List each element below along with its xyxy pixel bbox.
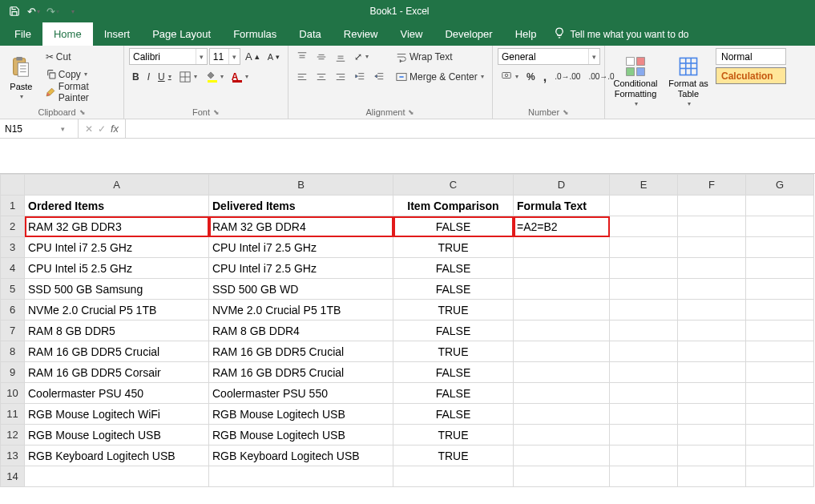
tell-me-search[interactable]: Tell me what you want to do [554,22,688,46]
dialog-launcher-icon[interactable]: ⬊ [79,108,86,116]
column-header[interactable]: F [678,175,746,196]
cell[interactable]: RAM 32 GB DDR3 [25,216,209,237]
fx-icon[interactable]: fx [111,123,119,135]
orientation-button[interactable]: ⤢▾ [351,48,372,65]
row-header[interactable]: 7 [1,321,25,341]
cell[interactable]: TRUE [393,341,514,362]
cell[interactable]: Ordered Items [25,196,209,216]
cell[interactable] [746,446,814,466]
cell[interactable]: Delivered Items [209,196,393,216]
font-name-input[interactable] [130,51,196,62]
cell[interactable] [678,237,746,258]
tab-formulas[interactable]: Formulas [222,22,288,46]
redo-icon[interactable]: ↷▾ [45,3,61,19]
cell[interactable]: =A2=B2 [514,216,610,237]
cell[interactable]: RGB Keyboard Logitech USB [209,446,393,466]
cell[interactable]: CPU Intel i7 2.5 GHz [209,258,393,279]
tab-page-layout[interactable]: Page Layout [141,22,222,46]
font-size-dropdown[interactable]: ▾ [209,48,240,65]
row-header[interactable]: 4 [1,258,25,279]
cut-button[interactable]: ✂ Cut [42,48,119,65]
cell[interactable]: RAM 16 GB DDR5 Corsair [25,362,209,383]
row-header[interactable]: 1 [1,196,25,216]
qat-customize-icon[interactable]: ▾ [64,3,80,19]
cell[interactable] [25,466,209,487]
cell[interactable] [610,300,678,321]
cell[interactable]: NVMe 2.0 Crucial P5 1TB [209,300,393,321]
font-size-input[interactable] [210,51,228,62]
row-header[interactable]: 12 [1,425,25,446]
cell[interactable] [678,425,746,446]
cell[interactable] [746,321,814,341]
row-header[interactable]: 9 [1,362,25,383]
cell[interactable] [610,446,678,466]
cell-style-normal[interactable]: Normal [716,48,786,65]
cell[interactable] [610,341,678,362]
row-header[interactable]: 5 [1,279,25,300]
decrease-indent-button[interactable] [351,68,369,85]
dialog-launcher-icon[interactable]: ⬊ [213,108,220,116]
column-header[interactable]: G [746,175,814,196]
dialog-launcher-icon[interactable]: ⬊ [563,108,569,116]
cell[interactable] [746,341,814,362]
cell[interactable] [514,258,610,279]
row-header[interactable]: 11 [1,404,25,425]
save-icon[interactable] [6,3,22,19]
cell[interactable] [514,237,610,258]
cell[interactable] [514,425,610,446]
align-bottom-button[interactable] [332,48,349,65]
cell[interactable] [746,383,814,404]
chevron-down-icon[interactable]: ▾ [56,125,70,133]
align-left-button[interactable] [293,68,311,85]
cell[interactable]: SSD 500 GB WD [209,279,393,300]
tab-data[interactable]: Data [288,22,332,46]
cell[interactable]: TRUE [393,300,514,321]
formula-input[interactable] [126,119,815,138]
tab-home[interactable]: Home [42,22,93,46]
cell[interactable]: RAM 16 GB DDR5 Crucial [209,362,393,383]
cell[interactable] [678,216,746,237]
wrap-text-button[interactable]: Wrap Text [393,48,487,65]
cell[interactable]: FALSE [393,258,514,279]
select-all-corner[interactable] [1,175,25,196]
cell[interactable]: FALSE [393,279,514,300]
worksheet-grid[interactable]: A B C D E F G 1Ordered ItemsDelivered It… [0,174,815,487]
percent-format-button[interactable]: % [523,68,539,85]
cell[interactable] [746,300,814,321]
row-header[interactable]: 3 [1,237,25,258]
font-color-button[interactable]: A ▾ [228,68,252,85]
cell[interactable] [610,321,678,341]
row-header[interactable]: 10 [1,383,25,404]
border-button[interactable]: ▾ [176,68,200,85]
row-header[interactable]: 13 [1,446,25,466]
cell[interactable] [514,321,610,341]
cell[interactable]: CPU Intel i7 2.5 GHz [25,237,209,258]
cell[interactable] [746,404,814,425]
fill-color-button[interactable]: ▾ [202,68,227,85]
decrease-font-button[interactable]: A▾ [264,48,283,65]
cell[interactable]: TRUE [393,446,514,466]
cell[interactable] [746,258,814,279]
cell[interactable] [610,466,678,487]
cell[interactable] [678,446,746,466]
cell[interactable] [514,300,610,321]
cell[interactable]: Item Comparison [393,196,514,216]
cell[interactable] [746,466,814,487]
cell[interactable] [678,300,746,321]
cell[interactable] [678,404,746,425]
column-header[interactable]: B [209,175,393,196]
align-right-button[interactable] [332,68,349,85]
cell[interactable] [678,321,746,341]
merge-center-button[interactable]: Merge & Center ▾ [393,68,487,85]
cell[interactable] [514,446,610,466]
cell[interactable] [393,466,514,487]
align-center-button[interactable] [313,68,330,85]
font-name-dropdown[interactable]: ▾ [129,48,208,65]
cell[interactable] [514,362,610,383]
cell[interactable]: RGB Mouse Logitech USB [209,404,393,425]
cell[interactable]: RGB Mouse Logitech WiFi [25,404,209,425]
increase-font-button[interactable]: A▴ [242,48,263,65]
cell[interactable] [746,237,814,258]
paste-button[interactable]: Paste ▾ [5,48,38,106]
tab-file[interactable]: File [3,22,42,46]
